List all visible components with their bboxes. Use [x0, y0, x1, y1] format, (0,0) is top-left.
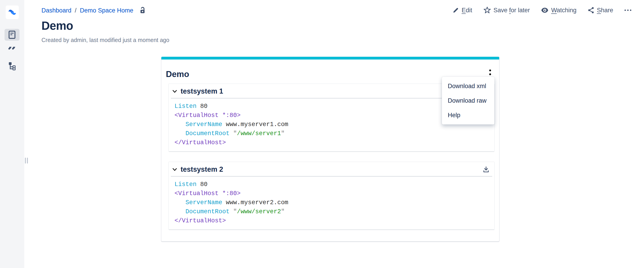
- card-accent-bar: [161, 57, 499, 60]
- config-section-header[interactable]: testsystem 2: [168, 162, 494, 176]
- section-download-button[interactable]: [482, 166, 490, 173]
- ellipsis-icon: [624, 10, 631, 11]
- star-icon: [484, 7, 491, 14]
- config-section: testsystem 2 Listen 80 <VirtualHost *:80…: [168, 162, 495, 230]
- save-for-later-button-label: Save for later: [494, 7, 530, 14]
- card-title: Demo: [166, 69, 189, 79]
- quote-icon: ”: [8, 47, 17, 56]
- app-sidebar: ”: [0, 0, 24, 268]
- download-icon: [483, 166, 490, 173]
- chevron-down-icon: [172, 88, 178, 94]
- edit-button-label: Edit: [462, 7, 472, 14]
- sidebar-item-quotes[interactable]: ”: [0, 45, 24, 58]
- sidebar-item-tree[interactable]: [0, 60, 24, 71]
- breadcrumb-separator: /: [75, 7, 76, 14]
- share-button[interactable]: Share: [588, 7, 613, 14]
- breadcrumb: Dashboard / Demo Space Home: [42, 6, 146, 15]
- watching-button-label: Watching: [551, 7, 576, 14]
- menu-item-download-xml[interactable]: Download xml: [442, 79, 494, 93]
- pencil-icon: [452, 7, 459, 14]
- more-options-button[interactable]: [624, 10, 631, 11]
- eye-icon: [541, 8, 548, 13]
- share-button-label: Share: [597, 7, 613, 14]
- config-code-block: Listen 80 <VirtualHost *:80> ServerName …: [168, 177, 494, 230]
- page-actions: Edit Save for later Watching Share: [452, 6, 631, 15]
- card-dropdown-menu: Download xmlDownload rawHelp: [442, 77, 494, 124]
- sidebar-item-pages[interactable]: [4, 29, 20, 41]
- menu-item-help[interactable]: Help: [442, 108, 494, 122]
- chevron-down-icon: [172, 167, 178, 172]
- edit-button[interactable]: Edit: [452, 7, 472, 14]
- page-title: Demo: [42, 19, 73, 33]
- confluence-logo[interactable]: [6, 6, 19, 19]
- breadcrumb-link-dashboard[interactable]: Dashboard: [42, 7, 72, 14]
- page-icon: [8, 31, 16, 39]
- config-section-title: testsystem 1: [180, 87, 223, 95]
- breadcrumb-link-space-home[interactable]: Demo Space Home: [80, 7, 134, 14]
- tree-icon: [8, 61, 16, 70]
- share-icon: [588, 7, 594, 14]
- page-restrictions-button[interactable]: [139, 7, 146, 14]
- menu-item-download-raw[interactable]: Download raw: [442, 93, 494, 108]
- config-section-title: testsystem 2: [180, 165, 223, 174]
- unlock-icon: [139, 7, 146, 14]
- save-for-later-button[interactable]: Save for later: [484, 7, 530, 14]
- confluence-logo-icon: [7, 7, 17, 17]
- page-byline: Created by admin, last modified just a m…: [42, 37, 169, 43]
- watching-button[interactable]: Watching: [541, 7, 576, 14]
- sidebar-resize-handle[interactable]: [25, 158, 28, 164]
